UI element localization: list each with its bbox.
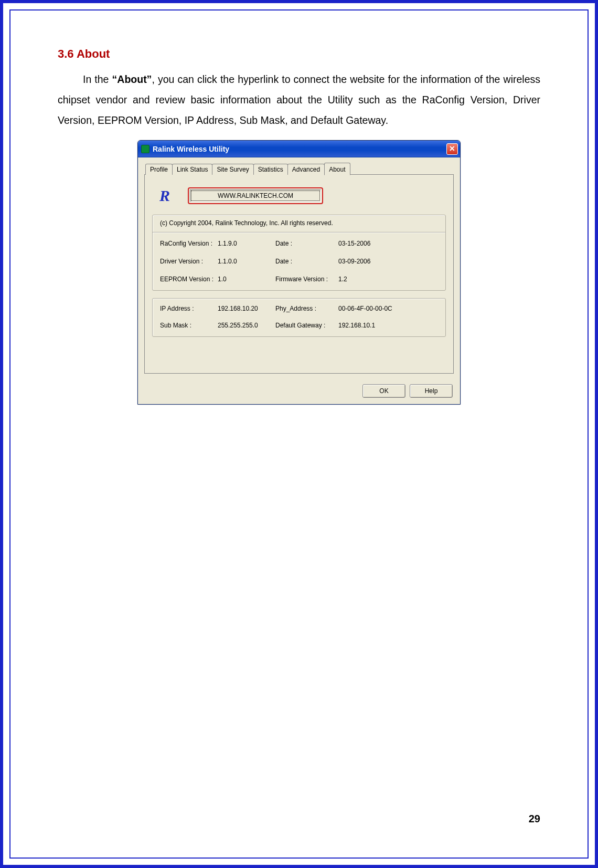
page-number: 29 — [529, 813, 540, 825]
eeprom-version-label: EEPROM Version : — [160, 276, 218, 283]
raconfig-version-label: RaConfig Version : — [160, 240, 218, 247]
sub-mask-value: 255.255.255.0 — [218, 322, 275, 329]
tab-profile[interactable]: Profile — [145, 164, 173, 175]
ok-button[interactable]: OK — [362, 384, 405, 398]
ip-address-value: 192.168.10.20 — [218, 305, 275, 312]
vendor-hyperlink[interactable]: WWW.RALINKTECH.COM — [190, 189, 321, 202]
help-button[interactable]: Help — [410, 384, 453, 398]
utility-dialog: Ralink Wireless Utility ✕ Profile Link S… — [137, 140, 461, 405]
section-heading: 3.6 About — [58, 47, 540, 61]
app-icon — [141, 145, 150, 153]
sub-mask-label: Sub Mask : — [160, 322, 218, 329]
copyright-text: (c) Copyright 2004, Ralink Technology, I… — [160, 219, 438, 227]
driver-version-label: Driver Version : — [160, 258, 218, 265]
firmware-version-label: Firmware Version : — [275, 276, 338, 283]
dialog-title: Ralink Wireless Utility — [153, 145, 229, 153]
ip-address-label: IP Address : — [160, 305, 218, 312]
para-bold: “About” — [112, 73, 152, 85]
raconfig-version-value: 1.1.9.0 — [218, 240, 275, 247]
dialog-body: Profile Link Status Site Survey Statisti… — [138, 157, 460, 379]
close-button[interactable]: ✕ — [446, 143, 458, 155]
default-gateway-label: Default Gateway : — [275, 322, 338, 329]
driver-date-label: Date : — [275, 258, 338, 265]
page-inner-border: 3.6 About In the “About”, you can click … — [9, 9, 589, 859]
version-group: (c) Copyright 2004, Ralink Technology, I… — [152, 215, 446, 291]
eeprom-version-value: 1.0 — [218, 276, 275, 283]
tab-link-status[interactable]: Link Status — [172, 164, 212, 175]
tab-strip: Profile Link Status Site Survey Statisti… — [145, 163, 454, 175]
tab-statistics[interactable]: Statistics — [253, 164, 288, 175]
hyperlink-highlight: WWW.RALINKTECH.COM — [188, 187, 323, 204]
driver-date-value: 03-09-2006 — [338, 258, 438, 265]
raconfig-date-label: Date : — [275, 240, 338, 247]
screenshot-container: Ralink Wireless Utility ✕ Profile Link S… — [58, 140, 540, 405]
phy-address-value: 00-06-4F-00-00-0C — [338, 305, 438, 312]
dialog-titlebar: Ralink Wireless Utility ✕ — [138, 141, 460, 157]
dialog-button-row: OK Help — [138, 379, 460, 404]
network-group: IP Address : 192.168.10.20 Phy_Address :… — [152, 298, 446, 337]
tab-advanced[interactable]: Advanced — [287, 164, 325, 175]
firmware-version-value: 1.2 — [338, 276, 438, 283]
vendor-link-row: R WWW.RALINKTECH.COM — [155, 186, 446, 205]
tab-about[interactable]: About — [324, 163, 350, 175]
about-panel: R WWW.RALINKTECH.COM (c) Copyright 2004,… — [144, 174, 454, 374]
body-paragraph: In the “About”, you can click the hyperl… — [58, 69, 540, 131]
driver-version-value: 1.1.0.0 — [218, 258, 275, 265]
vendor-logo-icon: R — [155, 186, 174, 205]
network-info-grid: IP Address : 192.168.10.20 Phy_Address :… — [160, 305, 438, 329]
phy-address-label: Phy_Address : — [275, 305, 338, 312]
raconfig-date-value: 03-15-2006 — [338, 240, 438, 247]
para-before: In the — [83, 73, 112, 85]
version-info-grid: RaConfig Version : 1.1.9.0 Date : 03-15-… — [160, 240, 438, 283]
default-gateway-value: 192.168.10.1 — [338, 322, 438, 329]
divider — [153, 232, 445, 232]
tab-site-survey[interactable]: Site Survey — [212, 164, 253, 175]
page-outer-border: 3.6 About In the “About”, you can click … — [0, 0, 598, 868]
